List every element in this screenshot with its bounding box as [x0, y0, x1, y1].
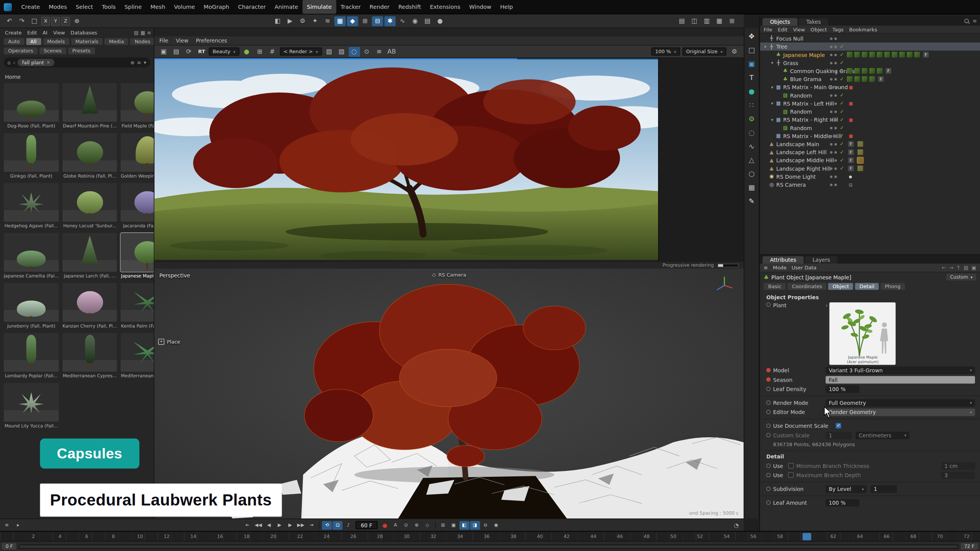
custom-scale-unit-select[interactable]: Centimeters ▾	[856, 431, 909, 439]
ruler-frame-label[interactable]: 64	[857, 533, 863, 539]
material-swatch[interactable]	[854, 52, 860, 58]
play-button[interactable]: ▶	[274, 521, 284, 530]
render-visibility-dot[interactable]	[835, 167, 837, 170]
material-swatch[interactable]	[869, 76, 875, 82]
browser-menu-button[interactable]: ≡	[147, 30, 151, 36]
editor-visibility-dot[interactable]	[830, 110, 833, 113]
grid-snap-button[interactable]: ⊞	[359, 16, 371, 26]
om-menu-view[interactable]: View	[793, 26, 805, 32]
timeline-menu-button[interactable]: ≡	[2, 521, 12, 530]
material-preview-button[interactable]: ●	[434, 16, 446, 26]
object-row-grass[interactable]: ▾╋Grass✓	[760, 59, 980, 67]
material-swatch[interactable]	[892, 52, 898, 58]
material-swatch[interactable]	[869, 52, 875, 58]
render-visibility-dot[interactable]	[835, 37, 837, 40]
ruler-frame-label[interactable]: 68	[910, 533, 916, 539]
expand-toggle[interactable]: ▾	[763, 44, 768, 49]
next-frame-button[interactable]: ▶	[285, 521, 295, 530]
range-track[interactable]	[18, 544, 959, 549]
selection-tool-button[interactable]: □	[29, 16, 40, 26]
menu-simulate[interactable]: Simulate	[302, 0, 336, 14]
spline-tools-button[interactable]: ∿	[397, 16, 408, 26]
ruler-frame-label[interactable]: 12	[164, 533, 170, 539]
transform-tool-icon[interactable]: ✥	[746, 31, 758, 42]
render-visibility-dot[interactable]	[835, 86, 837, 88]
texture-tag-icon[interactable]: F	[885, 68, 891, 74]
keyframe-dot[interactable]	[766, 424, 773, 428]
keyframe-dot[interactable]	[766, 463, 773, 468]
editor-mode-select[interactable]: Render Geometry ▾	[826, 408, 975, 416]
ruler-frame-label[interactable]: 10	[137, 533, 143, 539]
ruler-frame-label[interactable]: 2	[32, 533, 35, 539]
attribute-menu-icon[interactable]: ≡	[764, 265, 768, 271]
menu-modes[interactable]: Modes	[44, 0, 72, 14]
material-swatch[interactable]	[847, 76, 853, 82]
ruler-frame-label[interactable]: 56	[750, 533, 756, 539]
render-view-button[interactable]: ◧	[272, 16, 283, 26]
rigid-body-button[interactable]: ◆	[347, 16, 358, 26]
menu-character[interactable]: Character	[234, 0, 270, 14]
ruler-frame-label[interactable]: 40	[537, 533, 543, 539]
size-select[interactable]: Original Size ▾	[682, 47, 726, 55]
autokey-button[interactable]: A	[390, 521, 400, 530]
keyframe-dot[interactable]	[766, 377, 773, 381]
rt-toggle[interactable]: RT	[196, 49, 207, 54]
material-swatch[interactable]	[884, 52, 890, 58]
menu-mesh[interactable]: Mesh	[146, 0, 170, 14]
save-image-button[interactable]: ▣	[158, 47, 169, 57]
material-swatch[interactable]	[877, 52, 883, 58]
menu-render[interactable]: Render	[365, 0, 394, 14]
enabled-check-icon[interactable]: ✓	[839, 149, 845, 155]
asset-menu-edit[interactable]: Edit	[27, 30, 37, 36]
om-menu-object[interactable]: Object	[810, 26, 827, 32]
ruler-frame-label[interactable]: 28	[377, 533, 383, 539]
object-row-rs-matrix-left-hill[interactable]: ▾▦RS Matrix - Left Hill✓■	[760, 99, 980, 108]
lock-icon[interactable]: ▣	[972, 265, 976, 271]
filter-tab-materials[interactable]: Materials	[71, 38, 103, 45]
generator-icon[interactable]: ⚙	[746, 113, 758, 125]
pen-tool-icon[interactable]: ✎	[746, 196, 758, 207]
panel-menu-icon[interactable]: ≡	[973, 18, 977, 24]
ruler-frame-label[interactable]: 66	[884, 533, 890, 539]
render-visibility-dot[interactable]	[835, 127, 837, 129]
asset-item-japanese-camellia-fal[interactable]: Japanese Camellia (Fal...	[4, 233, 59, 279]
subdivision-field[interactable]: 1	[871, 485, 897, 493]
editor-visibility-dot[interactable]	[830, 118, 833, 121]
expand-toggle[interactable]: ▾	[769, 117, 775, 122]
spline-icon[interactable]: ∿	[746, 140, 758, 152]
plant-preview-thumbnail[interactable]: Japanese Maple (Acer palmatum)	[830, 302, 896, 365]
render-settings-button[interactable]: ⚙	[297, 16, 308, 26]
volume-tool-icon[interactable]: ▣	[746, 58, 758, 70]
mode-menu[interactable]: Mode	[773, 265, 787, 271]
render-visibility-dot[interactable]	[835, 110, 837, 113]
object-row-rs-matrix-main-ground[interactable]: ▾▦RS Matrix - Main Ground✓■	[760, 83, 980, 91]
asset-menu-view[interactable]: View	[53, 30, 65, 36]
object-row-random[interactable]: ▧Random✓	[760, 91, 980, 99]
magic-wand-button[interactable]: ✦	[309, 16, 320, 26]
target-record-button[interactable]: ◉	[491, 521, 501, 530]
current-frame-field[interactable]: 60 F	[356, 521, 377, 529]
enabled-check-icon[interactable]: ✓	[839, 133, 845, 139]
object-row-tree[interactable]: ▾╋Tree✓	[760, 42, 980, 51]
render-visibility-dot[interactable]	[835, 183, 837, 186]
coordinate-system-button[interactable]: ⊕	[71, 16, 82, 26]
enabled-check-icon[interactable]: ✓	[839, 52, 845, 58]
material-swatch[interactable]	[907, 52, 913, 58]
asset-item-globe-robinia-fall-pl[interactable]: Globe Robinia (Fall, Pl...	[62, 133, 117, 179]
solo-button[interactable]: ▣	[449, 521, 459, 530]
model-select[interactable]: Variant 3 Full-Grown ▾	[826, 367, 975, 374]
object-row-random[interactable]: ▧Random✓	[760, 124, 980, 132]
menu-redshift[interactable]: Redshift	[394, 0, 426, 14]
snap-keys-button[interactable]: ⊞	[438, 521, 448, 530]
render-viewport[interactable]	[154, 58, 658, 261]
snapshot-button[interactable]: ⊞	[254, 47, 265, 57]
sound-toggle[interactable]: ♪	[343, 521, 353, 530]
clear-tag-icon[interactable]: ✕	[46, 60, 50, 65]
object-row-rs-matrix-middle-hill[interactable]: ▦RS Matrix - Middle Hill✓■	[760, 132, 980, 140]
ruler-frame-label[interactable]: 70	[937, 533, 943, 539]
editor-visibility-dot[interactable]	[830, 78, 833, 80]
object-row-focus-null[interactable]: ╋Focus Null	[760, 34, 980, 42]
snapshot-history-button[interactable]: ▤	[171, 47, 182, 57]
goto-end-button[interactable]: ⇥	[306, 521, 316, 530]
goto-prev-key-button[interactable]: ◀◀	[253, 521, 263, 530]
